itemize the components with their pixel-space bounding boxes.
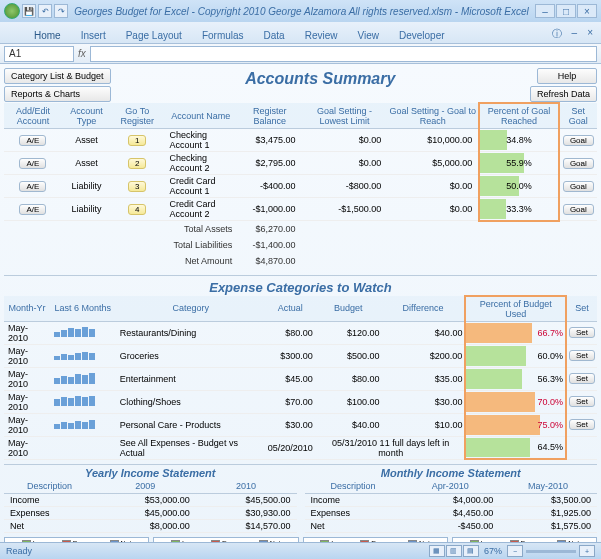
expense-budget: $500.00 <box>315 344 382 367</box>
expense-month: May-2010 <box>4 436 50 459</box>
expense-budget: $80.00 <box>315 367 382 390</box>
close-button[interactable]: × <box>577 4 597 18</box>
tab-page-layout[interactable]: Page Layout <box>122 28 186 43</box>
expense-actual: $300.00 <box>266 344 315 367</box>
zoom-slider[interactable] <box>526 550 576 553</box>
maximize-button[interactable]: □ <box>556 4 576 18</box>
go-register-button[interactable]: 1 <box>128 135 146 146</box>
ribbon-tabs: Home Insert Page Layout Formulas Data Re… <box>0 22 601 44</box>
expense-header: Actual <box>266 296 315 322</box>
ribbon-close-icon[interactable]: × <box>583 25 597 43</box>
accounts-header: Goal Setting - Lowest Limit <box>302 103 388 129</box>
go-register-button[interactable]: 3 <box>128 181 146 192</box>
register-balance: $2,795.00 <box>238 152 301 175</box>
accounts-summary-title: Accounts Summary <box>115 68 526 88</box>
expense-category: Restaurants/Dining <box>116 321 266 344</box>
set-button[interactable]: Set <box>569 327 595 338</box>
formula-bar[interactable] <box>90 46 597 62</box>
ribbon-min-icon[interactable]: – <box>568 25 582 43</box>
accounts-header: Register Balance <box>238 103 301 129</box>
zoom-out-button[interactable]: − <box>507 545 523 557</box>
expense-header: Last 6 Months <box>50 296 116 322</box>
minimize-button[interactable]: – <box>535 4 555 18</box>
account-row: A/E Asset 2 Checking Account 2 $2,795.00… <box>4 152 597 175</box>
go-register-button[interactable]: 2 <box>128 158 146 169</box>
set-goal-button[interactable]: Goal <box>563 181 594 192</box>
expense-row: May-2010 Personal Care - Products $30.00… <box>4 413 597 436</box>
titlebar: 💾 ↶ ↷ Georges Budget for Excel - Copyrig… <box>0 0 601 22</box>
account-name: Credit Card Account 2 <box>164 198 239 221</box>
category-list-button[interactable]: Category List & Budget <box>4 68 111 84</box>
name-box[interactable]: A1 <box>4 46 74 62</box>
go-register-button[interactable]: 4 <box>128 204 146 215</box>
status-ready: Ready <box>6 546 32 556</box>
tab-formulas[interactable]: Formulas <box>198 28 248 43</box>
window-title: Georges Budget for Excel - Copyright 201… <box>68 6 535 17</box>
qat-undo-icon[interactable]: ↶ <box>38 4 52 18</box>
statement-header: Apr-2010 <box>401 479 499 494</box>
goal-reach: $5,000.00 <box>387 152 479 175</box>
fx-icon[interactable]: fx <box>78 48 86 59</box>
add-edit-button[interactable]: A/E <box>19 158 46 169</box>
set-button[interactable]: Set <box>569 419 595 430</box>
refresh-data-button[interactable]: Refresh Data <box>530 86 597 102</box>
tab-insert[interactable]: Insert <box>77 28 110 43</box>
expense-actual: $80.00 <box>266 321 315 344</box>
status-bar: Ready ▦ ▥ ▤ 67% − + <box>0 542 601 559</box>
statement-row: Income$4,000.00$3,500.00 <box>305 494 598 507</box>
statement-header: Description <box>4 479 95 494</box>
set-button[interactable]: Set <box>569 350 595 361</box>
tab-view[interactable]: View <box>353 28 383 43</box>
add-edit-button[interactable]: A/E <box>19 135 46 146</box>
register-balance: $3,475.00 <box>238 129 301 152</box>
expense-month: May-2010 <box>4 367 50 390</box>
accounts-header: Go To Register <box>111 103 164 129</box>
set-goal-button[interactable]: Goal <box>563 135 594 146</box>
account-name: Credit Card Account 1 <box>164 175 239 198</box>
quick-access-toolbar: 💾 ↶ ↷ <box>4 3 68 19</box>
account-name: Checking Account 1 <box>164 129 239 152</box>
accounts-header: Percent of Goal Reached <box>479 103 558 129</box>
goal-reach: $0.00 <box>387 175 479 198</box>
set-goal-button[interactable]: Goal <box>563 204 594 215</box>
view-layout-icon[interactable]: ▥ <box>446 545 462 557</box>
yearly-income-statement: Yearly Income Statement Description20092… <box>4 467 297 533</box>
view-normal-icon[interactable]: ▦ <box>429 545 445 557</box>
expense-category: See All Expenses - Budget vs Actual <box>116 436 266 459</box>
qat-save-icon[interactable]: 💾 <box>22 4 36 18</box>
view-break-icon[interactable]: ▤ <box>463 545 479 557</box>
qat-redo-icon[interactable]: ↷ <box>54 4 68 18</box>
account-type: Asset <box>62 129 111 152</box>
accounts-header: Goal Setting - Goal to Reach <box>387 103 479 129</box>
help-button[interactable]: Help <box>537 68 597 84</box>
set-button[interactable]: Set <box>569 373 595 384</box>
reports-charts-button[interactable]: Reports & Charts <box>4 86 111 102</box>
goal-lowest: -$1,500.00 <box>302 198 388 221</box>
statement-header: May-2010 <box>499 479 597 494</box>
expense-month: May-2010 <box>4 344 50 367</box>
set-goal-button[interactable]: Goal <box>563 158 594 169</box>
tab-review[interactable]: Review <box>301 28 342 43</box>
tab-home[interactable]: Home <box>30 28 65 43</box>
expense-diff: $40.00 <box>382 321 466 344</box>
expense-header: Percent of Budget Used <box>465 296 566 322</box>
expense-month: May-2010 <box>4 321 50 344</box>
expense-header: Budget <box>315 296 382 322</box>
set-button[interactable]: Set <box>569 396 595 407</box>
expense-category: Personal Care - Products <box>116 413 266 436</box>
expense-category: Groceries <box>116 344 266 367</box>
expense-header: Difference <box>382 296 466 322</box>
monthly-income-statement: Monthly Income Statement DescriptionApr-… <box>305 467 598 533</box>
expense-row: May-2010 See All Expenses - Budget vs Ac… <box>4 436 597 459</box>
tab-developer[interactable]: Developer <box>395 28 449 43</box>
tab-data[interactable]: Data <box>260 28 289 43</box>
expense-header: Category <box>116 296 266 322</box>
goal-lowest: $0.00 <box>302 152 388 175</box>
help-icon[interactable]: ⓘ <box>548 25 566 43</box>
expense-header: Set <box>566 296 597 322</box>
add-edit-button[interactable]: A/E <box>19 204 46 215</box>
zoom-in-button[interactable]: + <box>579 545 595 557</box>
expense-actual: $70.00 <box>266 390 315 413</box>
add-edit-button[interactable]: A/E <box>19 181 46 192</box>
office-button[interactable] <box>4 3 20 19</box>
